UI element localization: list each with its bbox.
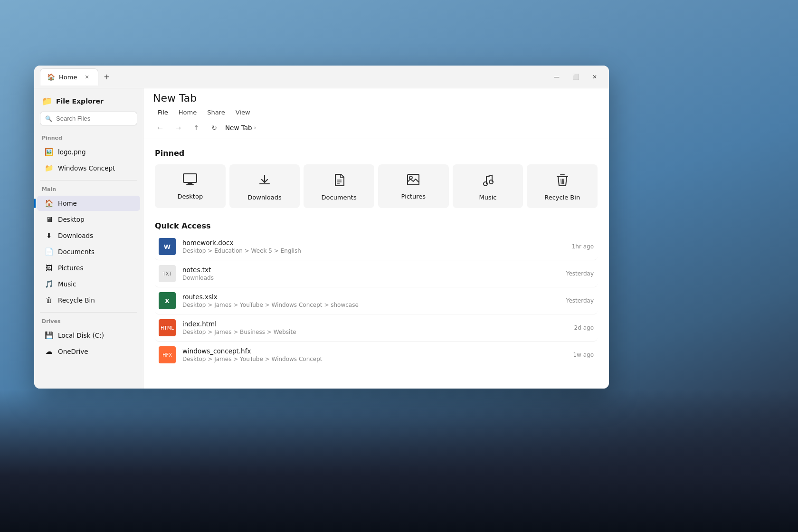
svg-line-11 (561, 179, 561, 184)
local-disk-label: Local Disk (C:) (58, 332, 104, 339)
menu-share[interactable]: Share (202, 107, 230, 118)
onedrive-label: OneDrive (58, 348, 88, 355)
minimize-button[interactable]: — (548, 69, 565, 85)
breadcrumb-chevron: › (254, 124, 256, 131)
menu-view[interactable]: View (231, 107, 255, 118)
pinned-card-downloads[interactable]: Downloads (229, 164, 300, 208)
app-logo-icon: 📁 (42, 96, 52, 106)
menu-home[interactable]: Home (174, 107, 201, 118)
sidebar-item-onedrive[interactable]: ☁ OneDrive (37, 344, 140, 359)
sidebar-item-pictures[interactable]: 🖼 Pictures (37, 260, 140, 276)
music-card-label: Music (479, 194, 496, 201)
qa-info-index: index.html Desktop > James > Business > … (182, 320, 568, 335)
qa-name-routes: routes.xslx (182, 293, 560, 301)
qa-item-homework[interactable]: W homework.docx Desktop > Education > We… (155, 233, 598, 260)
sidebar-item-logo-png[interactable]: 🖼️ logo.png 📌 (37, 144, 140, 160)
sidebar-item-windows-concept[interactable]: 📁 Windows Concept 📌 (37, 161, 140, 176)
pinned-card-desktop[interactable]: Desktop (155, 164, 226, 208)
new-tab-button[interactable]: + (100, 70, 114, 84)
onedrive-icon: ☁ (45, 347, 53, 356)
svg-point-9 (489, 180, 493, 184)
qa-item-windows-concept[interactable]: HFX windows_concept.hfx Desktop > James … (155, 342, 598, 368)
file-explorer-window: 🏠 Home ✕ + — ⬜ ✕ 📁 File Explorer 🔍 (34, 66, 609, 389)
qa-item-notes[interactable]: TXT notes.txt Downloads Yesterday (155, 260, 598, 287)
pinned-card-recycle-bin[interactable]: Recycle Bin (527, 164, 598, 208)
qa-info-homework: homework.docx Desktop > Education > Week… (182, 239, 565, 254)
menu-bar: File Home Share View (153, 107, 599, 118)
local-disk-icon: 💾 (45, 331, 53, 340)
toolbar-top: New Tab (153, 92, 599, 104)
menu-file[interactable]: File (153, 107, 173, 118)
window-controls: — ⬜ ✕ (548, 69, 603, 85)
pinned-card-music[interactable]: Music (453, 164, 523, 208)
toolbar: New Tab File Home Share View ← → ↑ ↻ New… (143, 88, 609, 139)
up-button[interactable]: ↑ (189, 121, 203, 135)
qa-path-windows-concept: Desktop > James > YouTube > Windows Conc… (182, 356, 566, 362)
back-button[interactable]: ← (153, 121, 167, 135)
pinned-card-documents[interactable]: Documents (304, 164, 374, 208)
address-bar: New Tab › (225, 124, 256, 132)
qa-time-routes: Yesterday (566, 297, 594, 304)
search-box[interactable]: 🔍 (40, 112, 137, 125)
sidebar-item-downloads[interactable]: ⬇ Downloads (37, 228, 140, 243)
quick-access-list: W homework.docx Desktop > Education > We… (155, 233, 598, 368)
refresh-button[interactable]: ↻ (207, 121, 221, 135)
logo-png-label: logo.png (58, 148, 86, 156)
qa-path-notes: Downloads (182, 275, 560, 281)
maximize-button[interactable]: ⬜ (567, 69, 584, 85)
sidebar-item-documents[interactable]: 📄 Documents (37, 244, 140, 259)
window-body: 📁 File Explorer 🔍 Pinned 🖼️ logo.png 📌 📁… (34, 88, 609, 389)
home-tab-label: Home (59, 74, 77, 81)
windows-concept-icon: 📁 (45, 164, 53, 172)
close-button[interactable]: ✕ (586, 69, 603, 85)
sidebar-item-music[interactable]: 🎵 Music (37, 276, 140, 292)
search-input[interactable] (56, 115, 132, 122)
tab-close-button[interactable]: ✕ (83, 73, 91, 81)
pinned-section-title: Pinned (155, 149, 598, 158)
recycle-bin-icon: 🗑 (45, 296, 53, 304)
breadcrumb-label: New Tab (225, 124, 252, 132)
title-bar: 🏠 Home ✕ + — ⬜ ✕ (34, 66, 609, 88)
quick-access-title: Quick Access (155, 221, 598, 230)
sidebar-item-local-disk[interactable]: 💾 Local Disk (C:) (37, 328, 140, 343)
home-tab-icon: 🏠 (47, 73, 55, 81)
music-icon: 🎵 (45, 280, 53, 288)
sidebar-item-home[interactable]: 🏠 Home (37, 196, 140, 211)
app-title: File Explorer (56, 97, 104, 105)
pictures-nav-label: Pictures (58, 264, 83, 272)
pictures-card-icon (407, 173, 420, 188)
qa-time-homework: 1hr ago (572, 243, 594, 250)
documents-card-label: Documents (322, 194, 357, 201)
hfx-file-icon: HFX (159, 346, 176, 363)
recycle-bin-card-icon (557, 173, 568, 189)
qa-item-index[interactable]: HTML index.html Desktop > James > Busine… (155, 314, 598, 342)
home-tab[interactable]: 🏠 Home ✕ (40, 68, 98, 86)
windows-concept-label: Windows Concept (58, 164, 115, 172)
downloads-icon: ⬇ (45, 231, 53, 240)
svg-point-7 (409, 176, 412, 179)
sidebar-header: 📁 File Explorer (34, 94, 143, 112)
qa-info-windows-concept: windows_concept.hfx Desktop > James > Yo… (182, 347, 566, 362)
qa-path-routes: Desktop > James > YouTube > Windows Conc… (182, 302, 560, 308)
forward-button[interactable]: → (171, 121, 185, 135)
documents-icon: 📄 (45, 247, 53, 256)
pictures-icon: 🖼 (45, 264, 53, 272)
svg-line-10 (486, 175, 492, 177)
qa-time-index: 2d ago (574, 324, 594, 331)
pinned-section-label: Pinned (34, 133, 143, 144)
txt-file-icon: TXT (159, 265, 176, 282)
sidebar-item-desktop[interactable]: 🖥 Desktop (37, 212, 140, 227)
sidebar-item-recycle-bin[interactable]: 🗑 Recycle Bin (37, 293, 140, 308)
pinned-card-pictures[interactable]: Pictures (378, 164, 449, 208)
pinned-grid: Desktop Downloads (155, 164, 598, 208)
home-icon: 🏠 (45, 199, 53, 208)
documents-nav-label: Documents (58, 248, 95, 256)
qa-item-routes[interactable]: X routes.xslx Desktop > James > YouTube … (155, 287, 598, 314)
drives-section-label: Drives (34, 316, 143, 327)
sidebar-divider-2 (40, 312, 137, 313)
search-icon: 🔍 (45, 115, 52, 122)
svg-rect-0 (183, 174, 197, 182)
qa-name-homework: homework.docx (182, 239, 565, 247)
recycle-bin-nav-label: Recycle Bin (58, 296, 95, 304)
qa-info-notes: notes.txt Downloads (182, 266, 560, 281)
